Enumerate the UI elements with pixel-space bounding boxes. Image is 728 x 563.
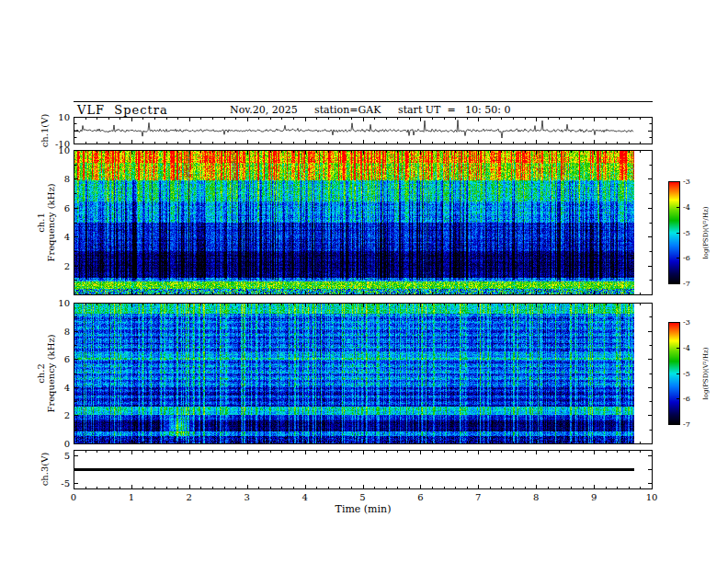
ch1-spectrogram [74, 150, 653, 295]
tick-label: 9 [591, 492, 597, 502]
tick-label: 6 [64, 354, 70, 364]
ch3-voltage-axis-label: ch.3(V) [40, 453, 50, 487]
tick-label: 1 [129, 492, 134, 502]
tick-label: -3 [683, 178, 690, 186]
tick-label: -7 [683, 280, 690, 288]
ch1-colorbar [668, 181, 680, 284]
tick-label: -5 [683, 228, 690, 236]
colorbar2-axis-text: log(PSD)(V²/Hz) [702, 348, 710, 400]
ch2-colorbar [668, 322, 680, 425]
ch3-voltage-axis-text: ch.3(V) [40, 453, 50, 487]
tick-label: 8 [533, 492, 539, 502]
ch3-waveform-plot [74, 450, 653, 489]
tick-label: -3 [683, 318, 690, 327]
tick-label: -4 [683, 343, 690, 351]
ch2-axis-line2: Frequency (kHz) [46, 334, 56, 412]
colorbar1-axis-label: log(PSD)(V²/Hz) [701, 207, 711, 259]
tick-label: -5 [61, 478, 70, 488]
ch1-axis-line2: Frequency (kHz) [46, 183, 56, 261]
ch2-axis-line1: ch.2 [36, 334, 46, 412]
tick-label: 6 [64, 202, 70, 213]
tick-label: 10 [58, 112, 70, 122]
tick-label: 8 [64, 326, 70, 336]
tick-label: -4 [683, 202, 690, 211]
ch2-spectrogram [74, 303, 653, 444]
tick-label: -5 [683, 369, 690, 377]
figure-title: VLF Spectra [77, 103, 168, 117]
tick-label: 5 [359, 492, 365, 502]
colorbar1-axis-text: log(PSD)(V²/Hz) [702, 207, 710, 259]
tick-label: -6 [683, 254, 690, 262]
tick-label: 10 [58, 298, 70, 308]
tick-label: 2 [64, 410, 70, 420]
tick-label: 5 [64, 451, 70, 461]
ch1-frequency-axis-label: ch.1 Frequency (kHz) [36, 183, 56, 261]
tick-label: 0 [64, 439, 70, 449]
tick-label: 4 [301, 492, 307, 502]
x-axis-title: Time (min) [336, 503, 392, 515]
tick-label: 2 [64, 260, 70, 270]
tick-label: 10 [58, 145, 70, 155]
tick-label: 8 [64, 174, 70, 184]
ch2-frequency-axis-label: ch.2 Frequency (kHz) [36, 334, 56, 412]
ch1-axis-line1: ch.1 [36, 183, 46, 261]
tick-label: 2 [187, 492, 192, 502]
tick-label: 6 [417, 492, 423, 502]
tick-label: 0 [71, 492, 76, 502]
tick-label: 10 [646, 492, 658, 502]
header-rule [74, 101, 653, 102]
vlf-spectra-figure: VLF Spectra Nov.20, 2025 station=GAK sta… [0, 0, 728, 563]
ch1-waveform-plot [74, 117, 653, 144]
ch1-voltage-axis-text: ch.1(V) [40, 114, 50, 148]
ch1-voltage-axis-label: ch.1(V) [40, 114, 50, 148]
tick-label: 4 [64, 232, 70, 242]
tick-label: 4 [64, 382, 70, 392]
colorbar2-axis-label: log(PSD)(V²/Hz) [701, 348, 711, 400]
tick-label: 3 [245, 492, 250, 502]
tick-label: -6 [683, 395, 690, 403]
date-label: Nov.20, 2025 [230, 104, 298, 116]
tick-label: 7 [475, 492, 481, 502]
station-label: station=GAK [314, 104, 381, 116]
start-ut-label: start UT = 10: 50: 0 [398, 104, 511, 116]
tick-label: -7 [683, 420, 690, 429]
